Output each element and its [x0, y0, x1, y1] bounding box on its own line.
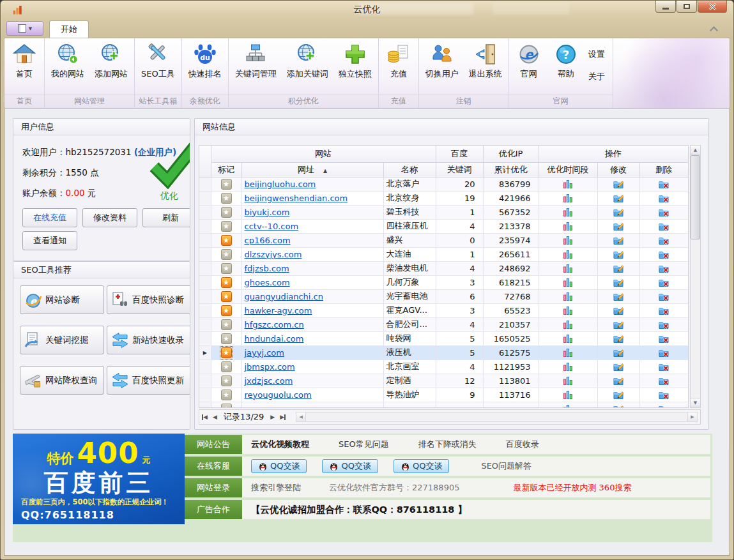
col-header-name[interactable]: 名称	[383, 162, 436, 177]
group-header-website[interactable]: 网站	[211, 146, 436, 162]
ad-text[interactable]: 【云优化诚招加盟合作：联系QQ：876118118 】	[251, 504, 467, 516]
website-url-link[interactable]: jbmspx.com	[245, 362, 295, 372]
delete-icon[interactable]	[639, 177, 688, 191]
app-menu-button[interactable]: ▼	[6, 21, 43, 36]
edit-icon[interactable]	[597, 317, 639, 331]
edit-icon[interactable]	[597, 205, 639, 219]
delete-icon[interactable]	[639, 359, 688, 374]
schedule-chart-icon[interactable]	[539, 374, 597, 388]
ribbon-button-添加网站[interactable]: 添加网站	[89, 41, 133, 80]
tab-start[interactable]: 开始	[49, 20, 89, 38]
edit-icon[interactable]	[597, 359, 639, 374]
edit-icon[interactable]	[597, 402, 639, 408]
announce-link[interactable]: SEO常见问题	[339, 439, 389, 450]
prev-page-button[interactable]: ◀	[210, 414, 220, 420]
announce-link[interactable]: 排名下降或消失	[418, 439, 477, 450]
website-url-link[interactable]: beijingwenshendian.com	[245, 193, 348, 203]
table-row[interactable]: ★beijingluohu.com北京落户20836799	[199, 177, 688, 191]
website-url-link[interactable]: reyouguolu.com	[245, 390, 312, 400]
seo-tool-button-关键词挖掘[interactable]: 关键词挖掘	[20, 326, 104, 354]
refresh-button[interactable]: 刷新	[142, 208, 190, 227]
edit-icon[interactable]	[597, 177, 639, 191]
gray-star-icon[interactable]: ★	[221, 333, 232, 344]
delete-icon[interactable]	[639, 289, 688, 303]
announce-link[interactable]: 百度收录	[506, 439, 539, 450]
scrollbar-thumb[interactable]	[691, 155, 700, 239]
ribbon-button-SEO工具[interactable]: SEO工具	[136, 41, 180, 80]
website-url-link[interactable]: guangyudianchi.cn	[245, 292, 323, 301]
seo-tool-button-新站快速收录[interactable]: 新站快速收录	[107, 326, 190, 354]
website-url-link[interactable]: biyukj.com	[245, 208, 290, 217]
ribbon-button-设置[interactable]: 设置	[588, 49, 605, 60]
star-mark-cell[interactable]: ★	[211, 261, 241, 275]
delete-icon[interactable]	[639, 402, 688, 408]
table-row[interactable]: ★ghoes.com几何万象3618215	[199, 275, 688, 289]
view-notice-button[interactable]: 查看通知	[22, 231, 77, 250]
delete-icon[interactable]	[639, 261, 688, 275]
schedule-chart-icon[interactable]	[539, 205, 597, 219]
edit-icon[interactable]	[597, 374, 639, 388]
table-row[interactable]: ★dlzszyjys.com大连油1265611	[199, 247, 688, 261]
col-header-total[interactable]: 累计优化	[483, 162, 539, 177]
qq-chat-button[interactable]: QQ交谈	[322, 459, 378, 473]
star-mark-cell[interactable]: ★	[211, 289, 241, 303]
vertical-scrollbar[interactable]: ▲ ▼	[690, 145, 701, 408]
service-extra-link[interactable]: SEO问题解答	[481, 460, 531, 472]
seo-tool-button-百度快照更新[interactable]: 百度快照更新	[107, 366, 190, 395]
titlebar[interactable]: 云优化	[1, 1, 733, 19]
schedule-chart-icon[interactable]	[539, 219, 597, 233]
schedule-chart-icon[interactable]	[539, 303, 597, 317]
scroll-left-arrow[interactable]: ◀	[296, 412, 306, 421]
ribbon-button-官网[interactable]: e官网	[510, 41, 547, 80]
star-mark-cell[interactable]: ★	[211, 219, 241, 233]
ribbon-button-首页[interactable]: 首页	[6, 41, 43, 80]
online-recharge-button[interactable]: 在线充值	[22, 208, 77, 227]
schedule-chart-icon[interactable]	[539, 177, 597, 191]
delete-icon[interactable]	[639, 219, 688, 233]
gold-star-icon[interactable]: ★	[221, 347, 232, 358]
website-url-link[interactable]: dlzszyjys.com	[245, 250, 302, 259]
col-header-edit[interactable]: 修改	[597, 162, 639, 177]
gold-star-icon[interactable]: ★	[221, 291, 232, 302]
star-mark-cell[interactable]: ★	[211, 402, 241, 408]
ribbon-button-我的网站[interactable]: 我的网站	[46, 41, 89, 80]
qq-chat-button[interactable]: QQ交谈	[394, 459, 449, 473]
scroll-up-arrow[interactable]: ▲	[691, 146, 700, 155]
star-mark-cell[interactable]: ★	[211, 317, 241, 331]
promo-banner[interactable]: 特价 400 元 百度前三 百度前三页内，500以下指数的正规企业词！ QQ:7…	[13, 434, 185, 524]
schedule-chart-icon[interactable]	[539, 331, 597, 345]
table-row[interactable]: ★hawker-agv.com霍克AGV...365523	[199, 303, 688, 317]
star-mark-cell[interactable]: ★	[211, 205, 241, 219]
gray-star-icon[interactable]: ★	[221, 390, 232, 400]
star-mark-cell[interactable]: ★	[211, 303, 241, 317]
edit-icon[interactable]	[597, 388, 639, 402]
schedule-chart-icon[interactable]	[539, 359, 597, 374]
version-alert-text[interactable]: 最新版本已经开放内测 360搜索	[513, 482, 631, 494]
table-row[interactable]: ★fdjzsb.com柴油发电机4248692	[199, 261, 688, 275]
delete-icon[interactable]	[639, 191, 688, 205]
website-url-link[interactable]: fdjzsb.com	[245, 264, 289, 273]
ribbon-button-添加关键词[interactable]: 添加关键词	[282, 41, 333, 80]
delete-icon[interactable]	[639, 388, 688, 402]
ribbon-button-关于[interactable]: 关于	[588, 71, 605, 82]
edit-icon[interactable]	[597, 191, 639, 205]
website-url-link[interactable]: beijingluohu.com	[245, 179, 316, 189]
ribbon-button-退出系统[interactable]: 退出系统	[464, 41, 507, 80]
seo-tool-button-百度快照诊断[interactable]: 百度快照诊断	[107, 285, 190, 314]
gray-star-icon[interactable]: ★	[221, 375, 232, 386]
edit-icon[interactable]	[597, 233, 639, 247]
star-mark-cell[interactable]: ★	[211, 177, 241, 191]
edit-icon[interactable]	[597, 345, 639, 359]
website-url-link[interactable]: jxdzjsc.com	[245, 376, 293, 386]
table-row[interactable]: ★jxdzjsc.com定制酒12113801	[199, 374, 688, 388]
star-mark-cell[interactable]: ★	[211, 191, 241, 205]
delete-icon[interactable]	[639, 247, 688, 261]
schedule-chart-icon[interactable]	[539, 388, 597, 402]
gold-star-icon[interactable]: ★	[221, 305, 232, 316]
ribbon-button-独立快照[interactable]: 独立快照	[333, 41, 377, 80]
col-header-schedule[interactable]: 优化时间段	[539, 162, 597, 177]
seo-tool-button-网站降权查询[interactable]: 网站降权查询	[20, 366, 104, 395]
table-row[interactable]: ★...	[199, 402, 688, 408]
ribbon-button-充值[interactable]: 充值	[380, 41, 417, 80]
delete-icon[interactable]	[639, 233, 688, 247]
